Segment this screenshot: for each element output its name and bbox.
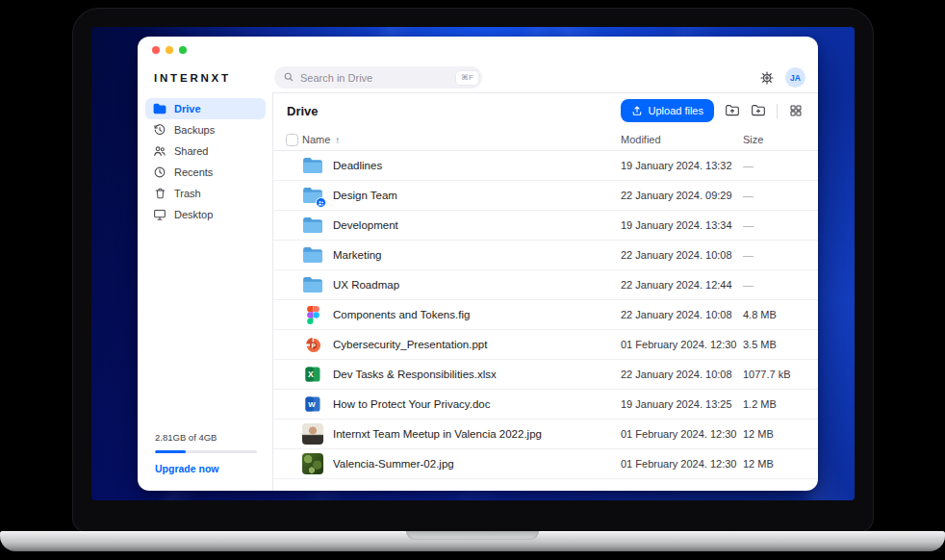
- file-size: —: [743, 219, 806, 231]
- sidebar-item-label: Backups: [174, 124, 215, 136]
- file-row[interactable]: Design Team22 January 2024. 09:29—: [273, 181, 818, 211]
- file-list: Deadlines19 January 2024. 13:32—Design T…: [273, 151, 818, 491]
- sidebar-item-label: Trash: [174, 188, 201, 199]
- file-row[interactable]: XDev Tasks & Responsibilities.xlsx22 Jan…: [273, 360, 818, 390]
- svg-text:W: W: [308, 400, 316, 409]
- file-modified: 19 January 2024. 13:34: [621, 219, 743, 231]
- upload-files-label: Upload files: [649, 105, 703, 116]
- sidebar-item-label: Recents: [174, 166, 213, 178]
- new-folder-icon[interactable]: [751, 103, 766, 118]
- file-row[interactable]: Marketing22 January 2024. 10:08—: [273, 241, 818, 270]
- upload-folder-icon[interactable]: [725, 103, 740, 118]
- file-modified: 22 January 2024. 10:08: [621, 369, 743, 380]
- window-controls: [152, 46, 187, 54]
- header-actions: JA: [759, 67, 805, 88]
- sidebar-item-label: Drive: [174, 103, 201, 115]
- column-header-size[interactable]: Size: [743, 134, 806, 145]
- column-header-name[interactable]: Name ↑: [302, 134, 621, 145]
- folder-icon: [302, 244, 323, 266]
- file-name: Design Team: [333, 190, 621, 201]
- upload-files-button[interactable]: Upload files: [621, 99, 714, 122]
- file-modified: 19 January 2024. 13:32: [621, 160, 743, 171]
- grid-view-icon[interactable]: [788, 103, 804, 118]
- file-name: Valencia-Summer-02.jpg: [333, 458, 621, 470]
- sidebar: DriveBackupsSharedRecentsTrashDesktop 2.…: [138, 92, 272, 491]
- desktop-wallpaper: INTERNXT Search in Drive ⌘F JA: [91, 27, 855, 500]
- laptop-base: [0, 531, 945, 551]
- sidebar-item-label: Shared: [174, 145, 208, 157]
- file-size: —: [743, 249, 806, 261]
- file-name: How to Protect Your Privacy.doc: [333, 398, 621, 410]
- file-name: Dev Tasks & Responsibilities.xlsx: [333, 369, 621, 380]
- file-size: 1.2 MB: [743, 398, 806, 410]
- svg-text:X: X: [308, 369, 314, 379]
- name-column-label: Name: [302, 134, 330, 145]
- file-row[interactable]: WHow to Protect Your Privacy.doc19 Janua…: [273, 390, 818, 420]
- storage-panel: 2.81GB of 4GB Upgrade now: [138, 432, 272, 491]
- zoom-window-button[interactable]: [179, 46, 187, 54]
- file-name: Components and Tokens.fig: [333, 309, 621, 320]
- breadcrumb: Drive: [287, 104, 319, 118]
- toolbar-actions: Upload files: [621, 99, 804, 122]
- sidebar-item-drive[interactable]: Drive: [145, 98, 266, 119]
- file-size: 3.5 MB: [743, 339, 806, 350]
- shared-icon: [153, 144, 166, 158]
- settings-gear-icon[interactable]: [759, 70, 775, 86]
- storage-usage-label: 2.81GB of 4GB: [155, 432, 257, 443]
- file-row[interactable]: PCybersecurity_Presentation.ppt01 Februa…: [273, 330, 818, 360]
- file-modified: 01 February 2024. 12:30: [621, 458, 743, 470]
- shared-badge: [316, 197, 326, 208]
- file-row[interactable]: Components and Tokens.fig22 January 2024…: [273, 300, 818, 330]
- file-row[interactable]: Development19 January 2024. 13:34—: [273, 211, 818, 241]
- internxt-logo: INTERNXT: [154, 72, 231, 84]
- word-icon: W: [302, 394, 323, 415]
- upload-icon: [631, 105, 643, 116]
- file-modified: 22 January 2024. 10:08: [621, 249, 743, 261]
- search-input[interactable]: Search in Drive ⌘F: [274, 66, 482, 89]
- file-size: 12 MB: [743, 428, 806, 440]
- sidebar-item-label: Desktop: [174, 209, 213, 220]
- folder-icon: [302, 274, 323, 295]
- upgrade-link[interactable]: Upgrade now: [155, 463, 219, 474]
- laptop-mockup: INTERNXT Search in Drive ⌘F JA: [0, 0, 945, 560]
- file-row[interactable]: Valencia-Summer-02.jpg01 February 2024. …: [273, 449, 818, 479]
- laptop-base-notch: [406, 531, 539, 540]
- folder-icon: [302, 215, 323, 236]
- laptop-screen-bezel: INTERNXT Search in Drive ⌘F JA: [72, 8, 874, 533]
- minimize-window-button[interactable]: [166, 46, 173, 54]
- file-size: 1077.7 kB: [743, 369, 806, 380]
- file-name: Internxt Team Meetup in Valencia 2022.jp…: [333, 428, 621, 440]
- search-placeholder: Search in Drive: [300, 72, 372, 84]
- file-row[interactable]: Internxt Team Meetup in Valencia 2022.jp…: [273, 420, 818, 449]
- select-all-checkbox[interactable]: [286, 134, 298, 146]
- file-modified: 22 January 2024. 09:29: [621, 190, 743, 201]
- storage-progress-fill: [155, 450, 186, 453]
- file-modified: 01 February 2024. 12:30: [621, 339, 743, 350]
- file-row[interactable]: Deadlines19 January 2024. 13:32—: [273, 151, 818, 181]
- file-name: Marketing: [333, 249, 621, 261]
- column-header-modified[interactable]: Modified: [621, 134, 743, 145]
- trash-icon: [153, 187, 166, 200]
- storage-progress-bar: [155, 450, 257, 453]
- drive-content: Drive Upload files: [273, 92, 818, 491]
- sidebar-item-recents[interactable]: Recents: [145, 162, 266, 183]
- backups-icon: [153, 123, 166, 137]
- file-name: Deadlines: [333, 160, 621, 171]
- sidebar-item-desktop[interactable]: Desktop: [145, 204, 266, 225]
- file-row[interactable]: UX Roadmap22 January 2024. 12:44—: [273, 270, 818, 300]
- file-name: Development: [333, 219, 621, 231]
- file-size: 4.8 MB: [743, 309, 806, 320]
- file-modified: 01 February 2024. 12:30: [621, 428, 743, 440]
- desktop-icon: [153, 208, 166, 221]
- file-size: 12 MB: [743, 458, 806, 470]
- sidebar-item-backups[interactable]: Backups: [145, 119, 266, 140]
- sidebar-item-trash[interactable]: Trash: [145, 183, 266, 204]
- drive-folder-icon: [153, 102, 166, 115]
- toolbar-divider: [777, 104, 778, 118]
- user-avatar[interactable]: JA: [785, 67, 805, 88]
- recents-icon: [153, 165, 166, 179]
- close-window-button[interactable]: [152, 46, 160, 54]
- excel-icon: X: [302, 364, 323, 385]
- sidebar-item-shared[interactable]: Shared: [145, 140, 266, 162]
- svg-text:P: P: [311, 342, 316, 348]
